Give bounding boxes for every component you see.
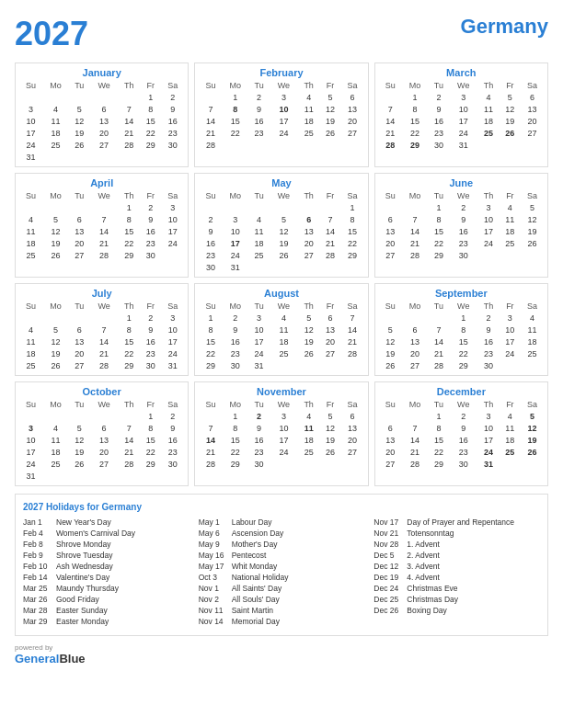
holiday-name: Maundy Thursday [56,584,119,593]
calendar-day: 29 [140,139,161,151]
calendar-day [140,470,161,482]
calendar-day: 6 [320,312,341,324]
calendar-day: 3 [222,213,248,225]
day-header: Su [379,301,402,312]
calendar-day: 28 [199,458,222,470]
calendar-day: 17 [477,225,500,237]
calendar-day: 17 [270,115,297,127]
calendar-day: 16 [140,336,161,347]
holiday-date: Mar 29 [23,617,52,626]
calendar-day: 2 [450,410,477,422]
calendar-day: 3 [270,410,297,422]
calendar-day: 28 [340,347,363,359]
calendar-day: 1 [428,201,449,213]
calendar-day [199,91,222,103]
calendar-day: 20 [521,115,544,127]
holiday-item: Oct 3National Holiday [199,573,365,582]
calendar-day: 22 [140,446,161,458]
calendar-day: 29 [118,249,140,261]
day-header: We [90,301,118,312]
calendar-day: 12 [69,115,90,127]
holiday-item: Nov 2All Souls' Day [199,595,365,604]
calendar-day [379,410,402,422]
calendar-day [340,458,363,470]
calendar-day [521,249,544,261]
day-header: Tu [428,80,449,91]
holiday-item: Jan 1New Year's Day [23,518,190,527]
holidays-title: 2027 Holidays for Germany [23,502,540,512]
calendar-day: 2 [199,213,222,225]
calendar-day: 5 [69,103,90,115]
calendar-day: 9 [248,422,270,434]
calendar-day: 20 [69,347,90,359]
calendar-day: 17 [248,336,270,347]
holiday-date: Jan 1 [23,518,52,527]
holiday-item: Dec 25Christmas Day [373,595,540,604]
powered-by-text: powered by [15,643,86,652]
calendar-day: 13 [379,225,402,237]
holidays-grid: Jan 1New Year's DayFeb 4Women's Carnival… [23,518,540,628]
calendar-day: 15 [222,434,248,446]
calendar-day: 28 [320,249,341,261]
calendar-day: 31 [248,359,270,371]
calendar-day: 9 [199,225,222,237]
calendar-table: SuMoTuWeThFrSa12345678910111213141516171… [19,190,184,261]
calendar-day: 21 [428,347,449,359]
calendar-day: 24 [161,237,184,249]
calendar-table: SuMoTuWeThFrSa12345678910111213141516171… [379,399,544,470]
day-header: We [270,301,297,312]
calendar-day [320,261,341,273]
calendar-day: 9 [450,422,477,434]
calendar-day: 6 [340,410,363,422]
calendar-day: 30 [450,249,477,261]
calendar-day: 12 [270,225,297,237]
calendar-day: 20 [402,347,429,359]
calendar-day: 12 [69,434,90,446]
calendar-day: 2 [248,410,270,422]
holiday-date: Nov 17 [373,518,403,527]
holiday-name: 3. Advent [407,562,439,571]
calendar-day: 27 [340,127,363,139]
day-header: Th [298,399,320,410]
calendar-day: 15 [428,225,449,237]
calendar-day: 12 [320,103,341,115]
calendar-table: SuMoTuWeThFrSa12345678910111213141516171… [199,80,363,151]
calendar-day: 7 [428,324,449,336]
calendar-day [379,201,402,213]
calendar-day: 30 [161,458,184,470]
calendar-day: 11 [298,422,320,434]
holiday-name: Ash Wednesday [56,562,113,571]
calendar-day: 12 [298,324,320,336]
calendar-day: 5 [69,422,90,434]
calendar-day [500,139,521,151]
calendar-table: SuMoTuWeThFrSa12345678910111213141516171… [19,301,184,371]
calendar-day: 24 [477,446,500,458]
calendar-day: 30 [477,359,500,371]
day-header: Th [477,301,500,312]
calendar-day: 14 [428,336,449,347]
holiday-name: Women's Carnival Day [56,529,135,538]
calendar-day [69,201,90,213]
calendar-day: 13 [340,103,363,115]
calendar-day: 4 [42,422,69,434]
calendar-day: 7 [118,103,140,115]
calendar-day: 23 [140,347,161,359]
calendar-day [161,249,184,261]
calendar-day: 18 [298,434,320,446]
day-header: Fr [140,399,161,410]
holiday-item: Feb 10Ash Wednesday [23,562,190,571]
calendar-day: 28 [402,249,429,261]
calendar-day: 2 [161,410,184,422]
calendar-day: 10 [500,324,521,336]
calendar-day: 29 [428,249,449,261]
calendar-day: 19 [379,347,402,359]
calendar-day: 16 [248,115,270,127]
holiday-date: Nov 11 [199,606,228,615]
calendar-day: 15 [340,225,363,237]
calendar-day [379,91,402,103]
day-header: Mo [222,80,248,91]
day-header: Th [298,301,320,312]
calendar-day: 19 [521,434,544,446]
holiday-date: May 1 [199,518,228,527]
day-header: Mo [402,301,429,312]
